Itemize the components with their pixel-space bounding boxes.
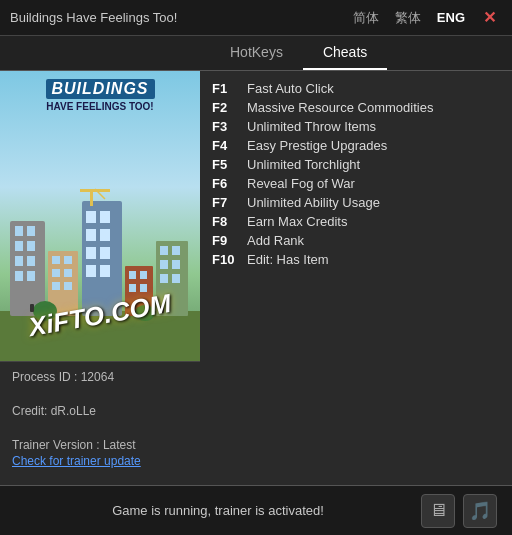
cheat-label: Unlimited Torchlight: [247, 157, 360, 172]
game-title-text: BUILDINGS: [46, 79, 155, 99]
svg-rect-3: [15, 226, 23, 236]
update-link[interactable]: Check for trainer update: [12, 454, 188, 468]
credit: Credit: dR.oLLe: [12, 404, 188, 418]
svg-rect-22: [100, 229, 110, 241]
svg-rect-29: [140, 271, 147, 279]
cheat-item: F8Earn Max Credits: [212, 212, 500, 231]
svg-rect-24: [100, 247, 110, 259]
tab-cheats[interactable]: Cheats: [303, 36, 387, 70]
cheat-label: Unlimited Ability Usage: [247, 195, 380, 210]
cheat-label: Massive Resource Commodities: [247, 100, 433, 115]
svg-rect-15: [64, 269, 72, 277]
svg-rect-28: [129, 271, 136, 279]
cheat-key: F2: [212, 100, 247, 115]
cheat-item: F5Unlimited Torchlight: [212, 155, 500, 174]
left-panel: BUILDINGS HAVE FEELINGS TOO!: [0, 71, 200, 535]
lang-traditional[interactable]: 繁体: [391, 7, 425, 29]
cheat-key: F6: [212, 176, 247, 191]
cheat-item: F2Massive Resource Commodities: [212, 98, 500, 117]
cheat-item: F7Unlimited Ability Usage: [212, 193, 500, 212]
svg-rect-35: [160, 260, 168, 269]
cheat-key: F5: [212, 157, 247, 172]
svg-rect-10: [27, 271, 35, 281]
game-image: BUILDINGS HAVE FEELINGS TOO!: [0, 71, 200, 361]
app-title: Buildings Have Feelings Too!: [10, 10, 349, 25]
status-icons: 🖥 🎵: [421, 494, 497, 528]
tab-hotkeys[interactable]: HotKeys: [210, 36, 303, 70]
lang-english[interactable]: ENG: [433, 8, 469, 27]
cheat-item: F9Add Rank: [212, 231, 500, 250]
svg-rect-26: [100, 265, 110, 277]
cheat-key: F9: [212, 233, 247, 248]
status-message: Game is running, trainer is activated!: [15, 503, 421, 518]
cheat-label: Earn Max Credits: [247, 214, 347, 229]
svg-rect-9: [15, 271, 23, 281]
cheat-item: F1Fast Auto Click: [212, 79, 500, 98]
title-bar: Buildings Have Feelings Too! 简体 繁体 ENG ✕: [0, 0, 512, 36]
cheat-label: Unlimited Throw Items: [247, 119, 376, 134]
right-panel: F1Fast Auto ClickF2Massive Resource Comm…: [200, 71, 512, 535]
svg-rect-33: [160, 246, 168, 255]
svg-rect-39: [90, 191, 93, 206]
svg-rect-36: [172, 260, 180, 269]
svg-rect-20: [100, 211, 110, 223]
svg-rect-23: [86, 247, 96, 259]
svg-rect-5: [15, 241, 23, 251]
tab-bar: HotKeys Cheats: [0, 36, 512, 71]
svg-rect-13: [64, 256, 72, 264]
game-subtitle-text: HAVE FEELINGS TOO!: [5, 101, 195, 112]
game-title: BUILDINGS HAVE FEELINGS TOO!: [5, 79, 195, 112]
svg-rect-25: [86, 265, 96, 277]
cheat-key: F8: [212, 214, 247, 229]
cheat-item: F3Unlimited Throw Items: [212, 117, 500, 136]
svg-rect-30: [129, 284, 136, 292]
svg-rect-37: [160, 274, 168, 283]
svg-rect-14: [52, 269, 60, 277]
cheat-label: Reveal Fog of War: [247, 176, 355, 191]
svg-rect-4: [27, 226, 35, 236]
lang-simplified[interactable]: 简体: [349, 7, 383, 29]
svg-rect-19: [86, 211, 96, 223]
cheat-item: F4Easy Prestige Upgrades: [212, 136, 500, 155]
svg-rect-7: [15, 256, 23, 266]
close-button[interactable]: ✕: [477, 6, 502, 29]
process-id: Process ID : 12064: [12, 370, 188, 384]
svg-rect-12: [52, 256, 60, 264]
cheat-key: F3: [212, 119, 247, 134]
svg-rect-16: [52, 282, 60, 290]
cheat-key: F7: [212, 195, 247, 210]
svg-rect-8: [27, 256, 35, 266]
cheat-key: F1: [212, 81, 247, 96]
svg-rect-34: [172, 246, 180, 255]
cheat-label: Fast Auto Click: [247, 81, 334, 96]
cheat-key: F10: [212, 252, 247, 267]
middle-section: BUILDINGS HAVE FEELINGS TOO!: [0, 71, 512, 535]
cheat-label: Easy Prestige Upgrades: [247, 138, 387, 153]
cheat-item: F6Reveal Fog of War: [212, 174, 500, 193]
svg-rect-38: [172, 274, 180, 283]
cheat-label: Edit: Has Item: [247, 252, 329, 267]
status-bar: Game is running, trainer is activated! 🖥…: [0, 485, 512, 535]
cheat-item: F10Edit: Has Item: [212, 250, 500, 269]
main-container: HotKeys Cheats BUILDINGS HAVE FEELINGS T…: [0, 36, 512, 535]
cheats-list: F1Fast Auto ClickF2Massive Resource Comm…: [200, 71, 512, 489]
monitor-icon[interactable]: 🖥: [421, 494, 455, 528]
svg-rect-21: [86, 229, 96, 241]
trainer-version: Trainer Version : Latest: [12, 438, 188, 452]
cheat-key: F4: [212, 138, 247, 153]
language-buttons: 简体 繁体 ENG ✕: [349, 6, 502, 29]
svg-rect-6: [27, 241, 35, 251]
cheat-label: Add Rank: [247, 233, 304, 248]
music-icon[interactable]: 🎵: [463, 494, 497, 528]
svg-rect-17: [64, 282, 72, 290]
